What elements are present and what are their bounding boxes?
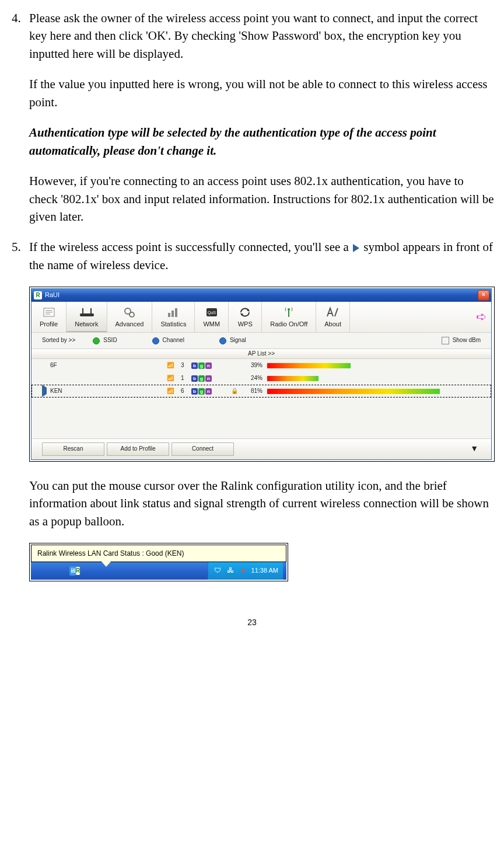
sort-label: Sorted by >> <box>42 336 75 345</box>
ap-row-connected[interactable]: KEN 📶 6 bgn 🔒 81% <box>32 385 491 398</box>
connected-triangle-icon <box>353 244 359 252</box>
sort-opt-label: SSID <box>103 336 117 345</box>
tab-label: Profile <box>40 320 58 329</box>
radio-dot-icon <box>219 337 226 344</box>
button-row: Rescan Add to Profile Connect ▼ <box>32 438 491 459</box>
svg-point-17 <box>288 308 290 311</box>
step5-para1: If the wireless access point is successf… <box>29 238 495 274</box>
signal-pct: 24% <box>239 374 267 383</box>
tray-clock: 11:38 AM <box>251 566 278 576</box>
tray-av-icon[interactable]: ● <box>239 566 248 576</box>
ap-channel: 3 <box>181 361 191 370</box>
mode-badges: bgn <box>191 375 231 382</box>
step-number: 5. <box>12 238 21 256</box>
page-number: 23 <box>9 616 495 628</box>
chart-icon <box>165 306 181 319</box>
connect-button[interactable]: Connect <box>172 442 234 456</box>
step-number: 4. <box>12 9 21 27</box>
step-5: 5. If the wireless access point is succe… <box>29 238 495 581</box>
ap-row[interactable]: 6F 📶 3 bgn 39% <box>32 359 491 372</box>
tab-label: Advanced <box>116 320 144 329</box>
tab-about[interactable]: About <box>316 302 350 332</box>
svg-rect-4 <box>80 313 94 316</box>
svg-rect-10 <box>172 311 174 317</box>
ap-name: KEN <box>50 387 167 396</box>
checkbox-icon <box>442 337 449 344</box>
mode-icon: 📶 <box>167 387 181 396</box>
app-icon: R <box>34 291 42 299</box>
tooltip-text: Ralink Wireless LAN Card Status : Good (… <box>37 549 184 557</box>
step4-para4: However, if you're connecting to an acce… <box>29 172 495 225</box>
conn-mark <box>42 387 50 396</box>
expand-arrow-icon[interactable]: ➪ <box>471 302 491 332</box>
tab-profile[interactable]: Profile <box>32 302 66 332</box>
signal-pct: 39% <box>239 361 267 370</box>
mode-badges: bgn <box>191 362 231 369</box>
show-dbm-label: Show dBm <box>453 336 481 345</box>
tab-wps[interactable]: WPS <box>229 302 262 332</box>
step5-p1a: If the wireless access point is successf… <box>29 240 352 254</box>
tab-label: Network <box>75 320 98 329</box>
gear-icon <box>121 306 138 319</box>
sort-opt-label: Signal <box>230 336 246 345</box>
tray-monitor-icon[interactable]: 🖥 <box>69 566 76 576</box>
add-profile-button[interactable]: Add to Profile <box>107 442 169 456</box>
about-icon <box>325 306 341 319</box>
step4-para2: If the value you inputted here is wrong,… <box>29 75 495 111</box>
tab-label: Radio On/Off <box>270 320 307 329</box>
tab-label: Statistics <box>160 320 186 329</box>
sort-signal[interactable]: Signal <box>219 336 246 345</box>
ap-list: 6F 📶 3 bgn 39% 📶 1 bgn <box>32 359 491 438</box>
ap-list-header: AP List >> <box>32 348 491 360</box>
tab-label: WMM <box>203 320 220 329</box>
rescan-button[interactable]: Rescan <box>42 442 104 456</box>
signal-bar <box>267 363 481 368</box>
signal-pct: 81% <box>239 387 267 396</box>
radio-dot-icon <box>93 337 100 344</box>
svg-rect-9 <box>168 313 170 317</box>
tray-network-icon[interactable]: 🖧 <box>226 566 235 576</box>
connected-triangle-icon <box>42 385 47 397</box>
refresh-icon <box>237 306 253 319</box>
taskbar: 🖥 R 🛡 🖧 ● 11:38 AM <box>31 562 286 580</box>
ap-channel: 1 <box>181 374 191 383</box>
tooltip-balloon: Ralink Wireless LAN Card Status : Good (… <box>31 545 286 562</box>
mode-badges: bgn <box>191 388 231 395</box>
step5-para2: You can put the mouse cursor over the Ra… <box>29 477 495 530</box>
signal-bar <box>267 389 481 394</box>
sort-row: Sorted by >> SSID Channel Signal Show dB… <box>32 333 491 348</box>
sort-opt-label: Channel <box>163 336 184 345</box>
mode-icon: 📶 <box>167 361 181 370</box>
ap-row[interactable]: 📶 1 bgn 24% <box>32 372 491 385</box>
ap-channel: 6 <box>181 387 191 396</box>
step4-para3: Authentication type will be selected by … <box>29 124 495 159</box>
tab-label: About <box>324 320 341 329</box>
signal-bar <box>267 376 481 381</box>
tab-wmm[interactable]: QoS WMM <box>195 302 229 332</box>
tray-shield-icon[interactable]: 🛡 <box>213 566 222 576</box>
tab-network[interactable]: Network <box>66 302 107 332</box>
screenshot-raui: R RaUI × Profile <box>29 287 495 462</box>
close-icon[interactable]: × <box>478 290 489 301</box>
step-4: 4. Please ask the owner of the wireless … <box>29 9 495 225</box>
sort-ssid[interactable]: SSID <box>93 336 117 345</box>
router-icon <box>78 306 94 319</box>
tab-label: WPS <box>238 320 253 329</box>
tab-radio[interactable]: Radio On/Off <box>262 302 316 332</box>
expand-down-icon[interactable]: ▼ <box>470 442 481 456</box>
qos-icon: QoS <box>204 306 220 319</box>
tab-statistics[interactable]: Statistics <box>152 302 195 332</box>
screenshot-taskbar: Ralink Wireless LAN Card Status : Good (… <box>29 543 288 581</box>
show-dbm-check[interactable]: Show dBm <box>442 336 481 345</box>
window-title: RaUI <box>45 291 60 300</box>
antenna-icon <box>281 306 297 319</box>
svg-text:QoS: QoS <box>208 311 216 315</box>
ap-name: 6F <box>50 361 167 370</box>
radio-dot-icon <box>152 337 159 344</box>
lock-icon: 🔒 <box>231 387 239 396</box>
svg-rect-11 <box>175 308 177 317</box>
tray-ralink-icon[interactable]: R <box>76 567 80 576</box>
tab-advanced[interactable]: Advanced <box>107 302 153 332</box>
sort-channel[interactable]: Channel <box>152 336 184 345</box>
window-titlebar: R RaUI × <box>32 289 491 302</box>
